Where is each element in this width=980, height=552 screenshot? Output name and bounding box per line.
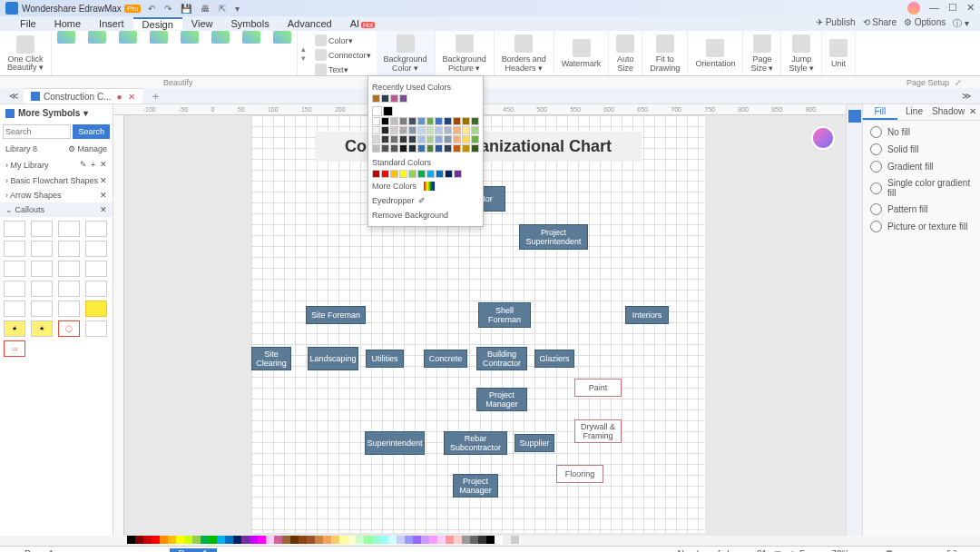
options-button[interactable]: ⚙ Options bbox=[904, 17, 946, 30]
color-swatch[interactable] bbox=[417, 117, 426, 125]
zoom-in-icon[interactable]: ＋ bbox=[931, 548, 940, 553]
quick-color-swatch[interactable] bbox=[503, 536, 511, 544]
quick-color-swatch[interactable] bbox=[290, 536, 299, 544]
collapse-panel-icon[interactable]: ≪ bbox=[9, 91, 18, 101]
undo-icon[interactable]: ↶ bbox=[148, 4, 155, 14]
quick-color-swatch[interactable] bbox=[356, 536, 364, 544]
unit-button[interactable]: Unit bbox=[822, 31, 856, 75]
color-swatch[interactable] bbox=[444, 135, 452, 143]
quick-color-swatch[interactable] bbox=[478, 536, 486, 544]
preset-7[interactable] bbox=[242, 31, 260, 44]
publish-button[interactable]: ✈ Publish bbox=[816, 17, 856, 30]
one-click-beautify[interactable]: One ClickBeautify ▾ bbox=[0, 31, 52, 75]
shape-item[interactable] bbox=[31, 301, 53, 317]
color-swatch[interactable] bbox=[435, 126, 443, 134]
add-tab-button[interactable]: ＋ bbox=[150, 88, 162, 104]
color-dropdown[interactable]: Color ▾ bbox=[315, 34, 371, 46]
color-swatch[interactable] bbox=[454, 170, 462, 178]
borders-headers-button[interactable]: Borders andHeaders ▾ bbox=[495, 31, 554, 75]
doc-tab[interactable]: Construction C... ● ✕ bbox=[24, 88, 142, 104]
color-swatch[interactable] bbox=[408, 144, 416, 153]
color-swatch[interactable] bbox=[408, 135, 416, 143]
quick-color-swatch[interactable] bbox=[331, 536, 339, 544]
maximize-button[interactable]: ☐ bbox=[948, 2, 957, 15]
color-swatch[interactable] bbox=[417, 135, 426, 143]
color-swatch[interactable] bbox=[453, 135, 461, 143]
shape-item[interactable] bbox=[31, 241, 53, 257]
menu-design[interactable]: Design bbox=[133, 17, 182, 30]
shape-item[interactable] bbox=[85, 301, 107, 317]
save-icon[interactable]: 💾 bbox=[181, 4, 191, 14]
node-siteforeman[interactable]: Site Foreman bbox=[306, 306, 366, 324]
quick-color-swatch[interactable] bbox=[462, 536, 470, 544]
color-swatch[interactable] bbox=[444, 126, 452, 134]
quick-color-swatch[interactable] bbox=[307, 536, 315, 544]
close-button[interactable]: ✕ bbox=[966, 2, 975, 15]
node-concrete[interactable]: Concrete bbox=[424, 350, 467, 368]
quick-color-swatch[interactable] bbox=[348, 536, 356, 544]
tab-fill[interactable]: Fill bbox=[863, 104, 897, 120]
color-swatch[interactable] bbox=[381, 135, 389, 143]
color-swatch[interactable] bbox=[408, 126, 416, 134]
quick-color-swatch[interactable] bbox=[446, 536, 454, 544]
quick-color-swatch[interactable] bbox=[421, 536, 429, 544]
auto-size-button[interactable]: AutoSize bbox=[609, 31, 642, 75]
preset-5[interactable] bbox=[181, 31, 199, 44]
shape-item[interactable] bbox=[4, 261, 25, 277]
shape-item[interactable] bbox=[4, 221, 25, 237]
color-swatch[interactable] bbox=[408, 170, 416, 178]
menu-view[interactable]: View bbox=[182, 18, 222, 29]
shape-item[interactable] bbox=[85, 221, 107, 237]
shape-item[interactable] bbox=[31, 261, 53, 277]
color-swatch[interactable] bbox=[444, 144, 452, 153]
quick-color-swatch[interactable] bbox=[429, 536, 437, 544]
color-swatch[interactable] bbox=[372, 106, 382, 116]
color-swatch[interactable] bbox=[372, 94, 380, 103]
quick-color-swatch[interactable] bbox=[258, 536, 266, 544]
color-swatch[interactable] bbox=[471, 135, 479, 143]
color-swatch[interactable] bbox=[426, 126, 435, 134]
node-paint[interactable]: Paint bbox=[574, 379, 622, 397]
color-swatch[interactable] bbox=[381, 117, 389, 125]
color-swatch[interactable] bbox=[426, 144, 435, 153]
quick-color-swatch[interactable] bbox=[274, 536, 282, 544]
color-swatch[interactable] bbox=[372, 144, 380, 153]
shape-item[interactable] bbox=[58, 301, 80, 317]
node-glaziers[interactable]: Glaziers bbox=[534, 350, 574, 368]
quick-color-swatch[interactable] bbox=[380, 536, 388, 544]
quick-color-swatch[interactable] bbox=[495, 536, 503, 544]
color-swatch[interactable] bbox=[453, 126, 461, 134]
quick-color-swatch[interactable] bbox=[413, 536, 421, 544]
node-drywall[interactable]: Drywall & Framing bbox=[574, 419, 622, 443]
quick-color-swatch[interactable] bbox=[454, 536, 462, 544]
color-swatch[interactable] bbox=[381, 94, 389, 103]
qat-menu-icon[interactable]: ▾ bbox=[235, 4, 240, 14]
menu-home[interactable]: Home bbox=[45, 18, 90, 29]
color-swatch[interactable] bbox=[453, 117, 461, 125]
color-swatch[interactable] bbox=[372, 135, 380, 143]
help-icon[interactable]: ⓘ ▾ bbox=[953, 17, 969, 30]
tab-line[interactable]: Line bbox=[897, 104, 932, 120]
page-tab[interactable]: Page-1 bbox=[170, 548, 217, 552]
quick-color-swatch[interactable] bbox=[176, 536, 184, 544]
shape-item[interactable] bbox=[31, 221, 53, 237]
quick-color-swatch[interactable] bbox=[397, 536, 405, 544]
quick-color-swatch[interactable] bbox=[323, 536, 331, 544]
quick-color-swatch[interactable] bbox=[339, 536, 348, 544]
quick-color-swatch[interactable] bbox=[388, 536, 397, 544]
color-swatch[interactable] bbox=[417, 126, 426, 134]
close-panel-icon[interactable]: ✕ bbox=[965, 104, 980, 120]
color-swatch[interactable] bbox=[390, 117, 398, 125]
color-swatch[interactable] bbox=[426, 117, 435, 125]
quick-color-swatch[interactable] bbox=[143, 536, 152, 544]
color-swatch[interactable] bbox=[372, 126, 380, 134]
section-arrows[interactable]: › Arrow Shapes✕ bbox=[0, 188, 113, 202]
quick-color-swatch[interactable] bbox=[241, 536, 250, 544]
quick-color-swatch[interactable] bbox=[405, 536, 413, 544]
quick-color-swatch[interactable] bbox=[217, 536, 225, 544]
color-swatch[interactable] bbox=[417, 144, 426, 153]
shape-item[interactable] bbox=[4, 301, 25, 317]
color-swatch[interactable] bbox=[399, 126, 407, 134]
connector-dropdown[interactable]: Connector ▾ bbox=[315, 49, 371, 61]
color-swatch[interactable] bbox=[381, 144, 389, 153]
